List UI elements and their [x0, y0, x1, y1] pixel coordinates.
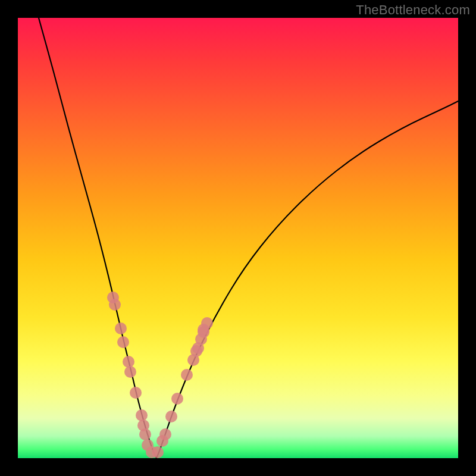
scatter-dot	[115, 322, 127, 334]
scatter-dot	[159, 428, 171, 440]
watermark-text: TheBottleneck.com	[356, 2, 470, 18]
scatter-dot	[171, 393, 183, 405]
scatter-dots	[107, 292, 213, 458]
chart-svg	[18, 18, 458, 458]
scatter-dot	[198, 324, 209, 336]
scatter-dot	[181, 369, 193, 381]
scatter-dot	[130, 387, 142, 399]
chart-frame: TheBottleneck.com	[0, 0, 476, 476]
scatter-dot	[152, 446, 164, 458]
scatter-dot	[165, 411, 177, 422]
scatter-dot	[139, 428, 151, 440]
scatter-dot	[124, 366, 136, 378]
scatter-dot	[136, 409, 148, 421]
scatter-dot	[117, 336, 129, 348]
right-branch-curve	[156, 101, 458, 458]
scatter-dot	[123, 356, 134, 368]
scatter-dot	[109, 299, 121, 311]
plot-area	[18, 18, 458, 458]
